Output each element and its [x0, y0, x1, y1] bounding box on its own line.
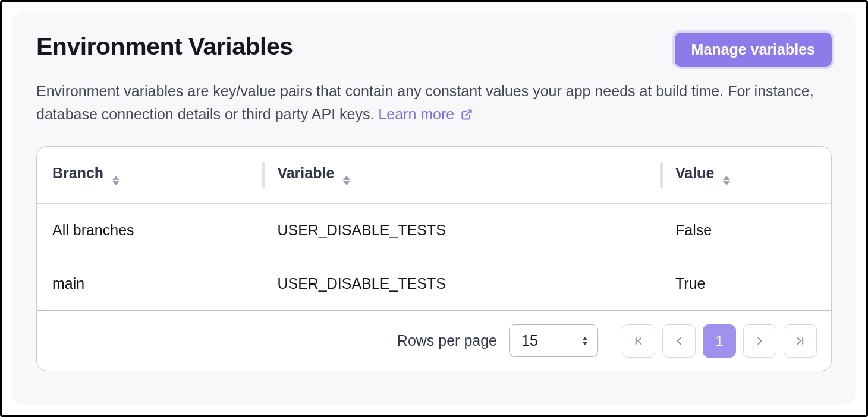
sort-icon — [343, 176, 350, 185]
learn-more-label: Learn more — [378, 106, 454, 122]
last-page-button[interactable] — [784, 324, 817, 358]
manage-variables-button[interactable]: Manage variables — [675, 33, 832, 67]
column-header-value-label: Value — [675, 165, 714, 181]
cell-variable: USER_DISABLE_TESTS — [262, 203, 660, 257]
external-link-icon — [461, 109, 473, 121]
column-header-value[interactable]: Value — [660, 147, 831, 204]
chevron-last-icon — [794, 335, 806, 347]
table-row: All branches USER_DISABLE_TESTS False — [37, 203, 831, 257]
rows-per-page-label: Rows per page — [397, 332, 497, 349]
description-text: Environment variables are key/value pair… — [36, 80, 832, 126]
sort-icon — [723, 176, 730, 185]
stepper-icon — [582, 337, 588, 345]
chevron-left-icon — [673, 335, 685, 347]
column-header-branch-label: Branch — [52, 165, 103, 181]
svg-line-0 — [466, 110, 471, 115]
column-header-variable-label: Variable — [277, 165, 334, 181]
pagination-controls: 1 — [622, 324, 817, 358]
rows-per-page-select[interactable]: 15 — [509, 324, 598, 357]
learn-more-link[interactable]: Learn more — [378, 106, 473, 122]
cell-value: True — [660, 257, 831, 310]
column-header-variable[interactable]: Variable — [262, 147, 660, 204]
table-footer: Rows per page 15 1 — [37, 310, 831, 371]
cell-branch: main — [37, 257, 262, 310]
cell-variable: USER_DISABLE_TESTS — [262, 257, 660, 310]
chevron-first-icon — [633, 335, 644, 347]
prev-page-button[interactable] — [662, 324, 696, 358]
cell-branch: All branches — [37, 203, 262, 257]
environment-variables-panel: Environment Variables Manage variables E… — [12, 12, 856, 405]
rows-per-page-value: 15 — [521, 332, 538, 349]
next-page-button[interactable] — [743, 324, 776, 358]
table-row: main USER_DISABLE_TESTS True — [37, 257, 831, 310]
cell-value: False — [660, 203, 831, 257]
chevron-right-icon — [754, 335, 766, 347]
env-vars-table: Branch Variable Value — [37, 147, 831, 310]
column-header-branch[interactable]: Branch — [37, 147, 262, 204]
first-page-button[interactable] — [622, 324, 655, 358]
page-1-button[interactable]: 1 — [703, 324, 736, 358]
env-vars-table-container: Branch Variable Value — [36, 146, 832, 371]
page-title: Environment Variables — [36, 33, 293, 61]
sort-icon — [112, 176, 119, 185]
